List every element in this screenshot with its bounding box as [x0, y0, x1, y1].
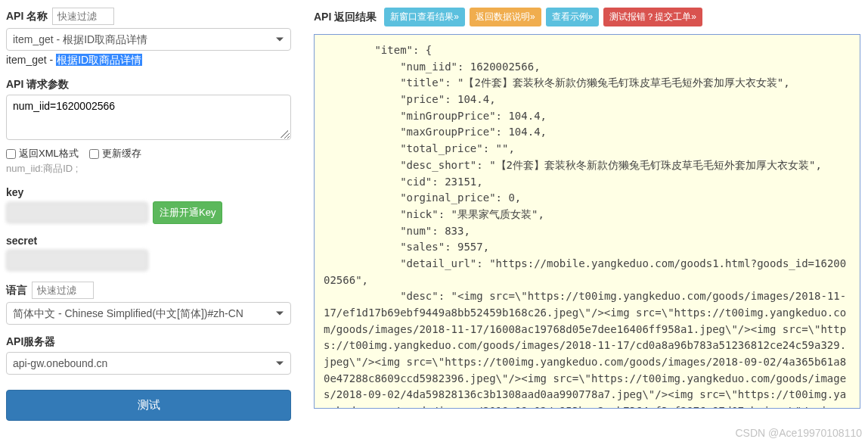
api-name-label: API 名称	[6, 10, 48, 23]
api-echo-line: item_get - 根据ID取商品详情	[6, 54, 291, 67]
secret-input[interactable]	[6, 250, 148, 271]
checkbox-xml[interactable]: 返回XML格式	[6, 147, 79, 160]
server-select[interactable]: api-gw.onebound.cn	[6, 352, 291, 375]
watermark: CSDN @Ace19970108110	[735, 427, 862, 439]
left-panel: API 名称 item_get - 根据ID取商品详情 item_get - 根…	[0, 0, 299, 442]
register-key-button[interactable]: 注册开通Key	[153, 201, 222, 224]
api-select[interactable]: item_get - 根据ID取商品详情	[6, 28, 291, 51]
language-filter[interactable]	[32, 282, 94, 299]
result-output[interactable]: "item": { "num_iid": 1620002566, "title"…	[314, 34, 860, 409]
language-label: 语言	[6, 284, 27, 297]
server-label: API服务器	[6, 335, 55, 349]
submit-ticket-button[interactable]: 测试报错？提交工单»	[603, 8, 702, 26]
new-window-button[interactable]: 新窗口查看结果»	[384, 8, 465, 26]
api-echo-highlight: 根据ID取商品详情	[56, 54, 142, 66]
secret-label: secret	[6, 235, 37, 247]
request-param-textarea[interactable]	[6, 95, 291, 140]
checkbox-cache[interactable]: 更新缓存	[89, 147, 141, 160]
right-panel: API 返回结果 新窗口查看结果» 返回数据说明» 查看示例» 测试报错？提交工…	[299, 0, 868, 442]
param-hint: num_iid:商品ID ;	[6, 162, 291, 176]
example-button[interactable]: 查看示例»	[546, 8, 600, 26]
api-name-filter[interactable]	[52, 8, 114, 25]
data-desc-button[interactable]: 返回数据说明»	[470, 8, 541, 26]
checkbox-cache-input[interactable]	[89, 149, 99, 159]
result-title: API 返回结果	[314, 11, 377, 24]
test-button[interactable]: 测试	[6, 390, 291, 421]
request-param-label: API 请求参数	[6, 78, 69, 92]
key-label: key	[6, 186, 23, 198]
key-input[interactable]	[6, 202, 148, 223]
language-select[interactable]: 简体中文 - Chinese Simplified(中文[简体])#zh-CN	[6, 302, 291, 325]
api-echo-prefix: item_get -	[6, 54, 56, 66]
checkbox-xml-input[interactable]	[6, 149, 16, 159]
